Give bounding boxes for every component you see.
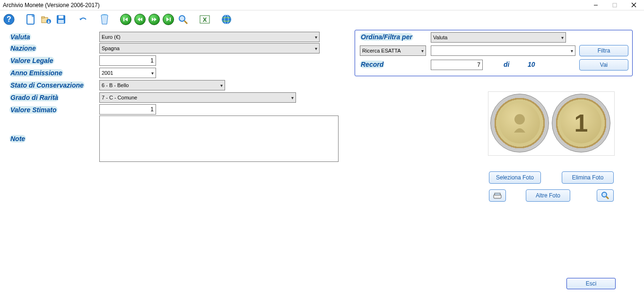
content-area: Valuta Euro (€)▾ Nazione Spagna▾ Valore … [0, 28, 644, 294]
titlebar: Archivio Monete (Versione 2006-2017) [0, 0, 644, 10]
stato-conservazione-label: Stato di Conservazione [9, 81, 85, 89]
svg-rect-8 [42, 17, 44, 18]
chevron-down-icon: ▾ [315, 35, 317, 40]
svg-text:X: X [203, 16, 207, 23]
filter-value-select[interactable]: ▾ [431, 45, 575, 56]
esci-button[interactable]: Esci [566, 278, 616, 289]
svg-point-16 [179, 16, 185, 21]
svg-line-17 [184, 21, 187, 24]
chevron-down-icon: ▾ [421, 48, 424, 53]
svg-rect-24 [495, 193, 500, 195]
record-input[interactable] [431, 60, 483, 70]
stato-conservazione-select[interactable]: 6 - B - Bello▾ [99, 80, 225, 90]
chevron-down-icon: ▾ [291, 95, 294, 100]
magnifier-icon [601, 191, 609, 200]
nazione-label: Nazione [9, 45, 37, 52]
svg-rect-15 [170, 18, 171, 21]
vai-button[interactable]: Vai [579, 59, 628, 71]
globe-icon[interactable] [220, 13, 233, 26]
filter-panel: Ordina/Filtra per Valuta▾ Ricerca ESATTA… [355, 30, 633, 76]
maximize-button[interactable] [605, 0, 624, 10]
filtra-button[interactable]: Filtra [579, 45, 628, 56]
filter-mode-select[interactable]: Ricerca ESATTA▾ [360, 45, 426, 56]
filter-field-select[interactable]: Valuta▾ [431, 32, 566, 43]
valore-legale-label: Valore Legale [9, 57, 54, 64]
coin-obverse-image [490, 94, 549, 152]
filter-title: Ordina/Filtra per [360, 33, 413, 41]
grado-rarita-select[interactable]: 7 - C - Comune▾ [99, 92, 296, 103]
coin-photo-panel: 1 [488, 91, 615, 156]
window-title: Archivio Monete (Versione 2006-2017) [3, 2, 100, 9]
chevron-down-icon: ▾ [561, 35, 564, 40]
svg-point-22 [514, 114, 525, 125]
next-record-icon[interactable] [148, 14, 160, 25]
save-icon[interactable] [55, 13, 67, 26]
trash-icon[interactable] [98, 13, 111, 26]
search-icon[interactable] [177, 13, 189, 26]
svg-point-25 [602, 192, 607, 197]
valuta-select[interactable]: Euro (€)▾ [99, 32, 320, 42]
scanner-button[interactable] [489, 189, 506, 202]
undo-icon[interactable] [77, 13, 89, 26]
last-record-icon[interactable] [163, 14, 174, 25]
elimina-foto-button[interactable]: Elimina Foto [562, 171, 614, 184]
anno-emissione-select[interactable]: 2001▾ [99, 68, 156, 78]
scanner-icon [493, 192, 502, 199]
seleziona-foto-button[interactable]: Seleziona Foto [489, 171, 541, 184]
valore-legale-input[interactable] [99, 55, 156, 66]
valuta-label: Valuta [9, 33, 31, 41]
nazione-select[interactable]: Spagna▾ [99, 43, 320, 53]
svg-line-26 [606, 196, 609, 199]
close-button[interactable] [624, 0, 643, 10]
svg-point-20 [222, 15, 231, 24]
svg-rect-14 [123, 18, 124, 21]
toolbar: ? X [0, 10, 644, 28]
anno-emissione-label: Anno Emissione [9, 69, 63, 77]
note-label: Note [9, 135, 26, 143]
svg-text:?: ? [7, 15, 11, 23]
zoom-button[interactable] [597, 189, 614, 202]
first-record-icon[interactable] [120, 14, 131, 25]
grado-rarita-label: Grado di Rarità [9, 94, 59, 101]
altre-foto-button[interactable]: Altre Foto [526, 189, 570, 202]
svg-rect-1 [613, 3, 617, 7]
svg-rect-11 [59, 16, 63, 18]
svg-rect-12 [58, 20, 64, 23]
prev-record-icon[interactable] [134, 14, 146, 25]
chevron-down-icon: ▾ [315, 46, 317, 51]
record-label: Record [360, 61, 384, 68]
note-textarea[interactable] [99, 116, 339, 162]
chevron-down-icon: ▾ [571, 48, 573, 53]
record-total: 10 [528, 61, 535, 68]
open-icon[interactable] [40, 13, 52, 26]
help-icon[interactable]: ? [3, 13, 15, 26]
valore-stimato-label: Valore Stimato [9, 106, 58, 114]
di-label: di [504, 61, 509, 68]
excel-icon[interactable]: X [199, 13, 211, 26]
minimize-button[interactable] [586, 0, 605, 10]
chevron-down-icon: ▾ [220, 83, 223, 88]
coin-reverse-image: 1 [552, 94, 610, 152]
chevron-down-icon: ▾ [151, 71, 154, 76]
new-icon[interactable] [25, 13, 37, 26]
window-controls [586, 0, 643, 10]
valore-stimato-input[interactable] [99, 104, 156, 115]
